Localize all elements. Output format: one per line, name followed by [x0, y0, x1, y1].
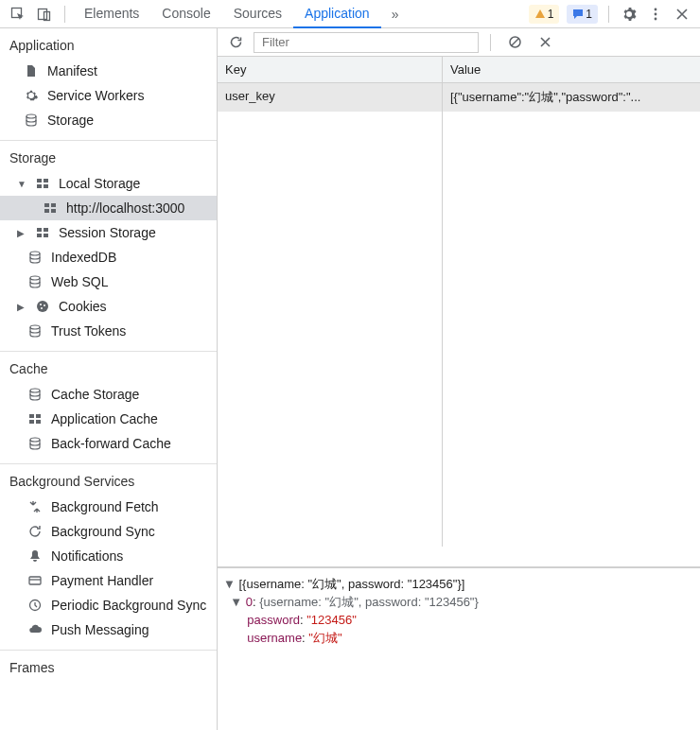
cell-key[interactable]: user_key — [218, 83, 443, 112]
tab-console[interactable]: Console — [150, 0, 221, 28]
devtools-toolbar: Elements Console Sources Application » 1… — [0, 0, 700, 28]
svg-rect-16 — [44, 228, 48, 232]
svg-point-23 — [44, 304, 45, 306]
svg-rect-12 — [51, 203, 56, 207]
refresh-icon[interactable] — [223, 30, 248, 55]
svg-rect-8 — [44, 179, 48, 182]
preview-val: "幻城" — [308, 631, 341, 645]
sidebar-item-label: Notifications — [51, 548, 123, 564]
header-value[interactable]: Value — [443, 57, 700, 82]
svg-rect-32 — [29, 577, 41, 584]
svg-point-4 — [655, 12, 657, 15]
svg-point-25 — [30, 325, 40, 329]
sidebar-item-label: Payment Handler — [51, 573, 153, 588]
device-toolbar-icon[interactable] — [32, 2, 57, 26]
sidebar-item-local-storage-origin[interactable]: http://localhost:3000 — [0, 196, 217, 220]
chevron-down-icon: ▼ — [17, 179, 26, 189]
group-application: Application — [0, 28, 217, 59]
sidebar-item-manifest[interactable]: Manifest — [0, 59, 217, 83]
svg-rect-14 — [51, 209, 56, 213]
svg-point-22 — [40, 304, 42, 305]
sidebar-item-cache-storage[interactable]: Cache Storage — [0, 382, 217, 407]
tab-application[interactable]: Application — [293, 0, 381, 28]
grid-icon — [34, 175, 51, 192]
database-icon — [23, 112, 40, 129]
settings-gear-icon[interactable] — [617, 2, 641, 26]
tab-sources[interactable]: Sources — [222, 0, 293, 28]
svg-point-3 — [655, 8, 657, 10]
cell-value[interactable]: [{"username":"幻城","password":"... — [443, 83, 700, 112]
svg-point-6 — [26, 114, 36, 118]
sidebar-item-bg-sync[interactable]: Background Sync — [0, 519, 217, 544]
sidebar-item-bg-fetch[interactable]: Background Fetch — [0, 495, 217, 519]
sidebar-item-label: Trust Tokens — [51, 323, 126, 339]
sidebar-item-label: Local Storage — [59, 176, 140, 191]
select-element-icon[interactable] — [6, 2, 30, 26]
svg-rect-30 — [36, 420, 41, 424]
sidebar-item-label: Push Messaging — [51, 622, 149, 637]
sidebar-item-session-storage[interactable]: ▶ Session Storage — [0, 220, 217, 245]
more-tabs-icon[interactable]: » — [383, 2, 408, 26]
sidebar-item-label: Background Sync — [51, 524, 155, 539]
sidebar-item-label: Web SQL — [51, 274, 108, 289]
svg-point-20 — [30, 276, 40, 280]
grid-icon — [26, 410, 44, 427]
bell-icon — [26, 548, 44, 565]
warnings-badge[interactable]: 1 — [529, 5, 560, 24]
svg-rect-9 — [37, 184, 42, 188]
sidebar-item-service-workers[interactable]: Service Workers — [0, 83, 217, 108]
main-panel: Key Value user_key [{"username":"幻城","pa… — [218, 28, 700, 730]
svg-point-19 — [30, 252, 40, 255]
table-row[interactable]: user_key [{"username":"幻城","password":".… — [218, 83, 700, 112]
sidebar-item-trust-tokens[interactable]: Trust Tokens — [0, 319, 217, 343]
svg-rect-1 — [39, 9, 47, 19]
svg-point-31 — [30, 438, 40, 442]
card-icon — [26, 572, 44, 589]
messages-badge[interactable]: 1 — [567, 5, 598, 24]
storage-table: Key Value user_key [{"username":"幻城","pa… — [218, 57, 700, 567]
application-sidebar[interactable]: Application Manifest Service Workers Sto… — [0, 28, 218, 730]
svg-rect-29 — [29, 420, 34, 424]
panel-tabs: Elements Console Sources Application — [73, 0, 381, 28]
sidebar-item-notifications[interactable]: Notifications — [0, 544, 217, 568]
sidebar-item-label: Back-forward Cache — [51, 436, 171, 451]
sidebar-item-periodic-sync[interactable]: Periodic Background Sync — [0, 593, 217, 617]
sidebar-item-label: http://localhost:3000 — [66, 200, 184, 216]
chevron-right-icon: ▶ — [17, 228, 26, 238]
group-frames: Frames — [0, 651, 217, 681]
sidebar-item-local-storage[interactable]: ▼ Local Storage — [0, 171, 217, 196]
group-cache: Cache — [0, 352, 217, 382]
sidebar-item-web-sql[interactable]: Web SQL — [0, 269, 217, 294]
svg-rect-11 — [44, 203, 49, 207]
header-key[interactable]: Key — [218, 57, 443, 82]
sidebar-item-storage[interactable]: Storage — [0, 108, 217, 132]
svg-rect-15 — [37, 228, 42, 232]
sidebar-item-label: Cache Storage — [51, 387, 139, 402]
svg-rect-7 — [37, 179, 42, 182]
tab-elements[interactable]: Elements — [73, 0, 150, 28]
table-header: Key Value — [218, 57, 700, 83]
sidebar-item-bf-cache[interactable]: Back-forward Cache — [0, 431, 217, 456]
sidebar-item-application-cache[interactable]: Application Cache — [0, 407, 217, 431]
clock-icon — [26, 597, 44, 614]
value-preview[interactable]: ▼ [{username: "幻城", password: "123456"}]… — [218, 567, 700, 730]
download-icon — [26, 498, 44, 515]
database-icon — [26, 435, 44, 452]
preview-key: username — [247, 631, 302, 645]
sidebar-item-indexeddb[interactable]: IndexedDB — [0, 245, 217, 269]
kebab-menu-icon[interactable] — [643, 2, 668, 26]
close-devtools-icon[interactable] — [670, 2, 694, 26]
sidebar-item-label: Session Storage — [59, 225, 156, 240]
grid-icon — [34, 224, 51, 241]
filter-input[interactable] — [254, 32, 479, 53]
sidebar-item-cookies[interactable]: ▶ Cookies — [0, 294, 217, 319]
svg-point-21 — [37, 301, 48, 312]
preview-key: password — [247, 613, 300, 627]
sidebar-item-label: Cookies — [59, 299, 107, 314]
clear-all-icon[interactable] — [502, 30, 527, 55]
sidebar-item-push-messaging[interactable]: Push Messaging — [0, 617, 217, 642]
sidebar-item-payment-handler[interactable]: Payment Handler — [0, 568, 217, 593]
svg-rect-27 — [29, 414, 34, 418]
delete-selected-icon[interactable] — [533, 30, 557, 55]
svg-rect-13 — [44, 209, 49, 213]
